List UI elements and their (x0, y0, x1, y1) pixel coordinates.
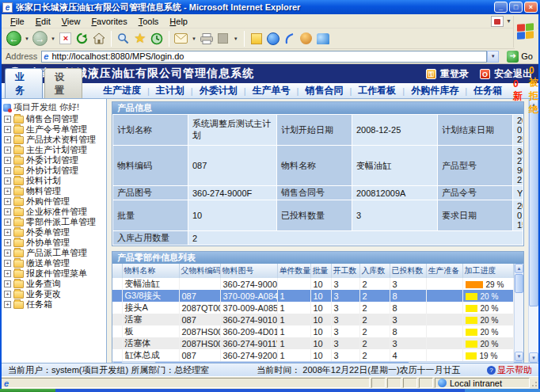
expand-icon[interactable]: + (4, 198, 11, 205)
nav-item[interactable]: 主计划 (150, 84, 191, 97)
mail-dropdown-icon[interactable]: ▼ (192, 36, 196, 41)
expand-icon[interactable]: + (4, 239, 11, 246)
sidebar-item[interactable]: +任务箱 (2, 299, 106, 310)
column-header[interactable]: 已投料数 (390, 264, 426, 278)
parts-vertical-scrollbar[interactable]: ▲ ▼ (514, 264, 523, 361)
start-button-sliver[interactable] (0, 389, 55, 392)
mail-icon[interactable] (174, 32, 188, 46)
relogin-button[interactable]: ⚿ 重登录 (426, 67, 469, 81)
notes-icon[interactable] (251, 33, 262, 44)
addon-icon[interactable] (491, 16, 504, 27)
menu-item-edit[interactable]: Edit (30, 15, 56, 28)
address-dropdown-icon[interactable]: ▼ (487, 51, 499, 63)
forward-icon[interactable]: → (32, 31, 48, 46)
maximize-button[interactable]: □ (509, 2, 523, 13)
nav-item[interactable]: 任务箱 (467, 84, 508, 97)
addon-dropdown-icon[interactable]: ▼ (506, 18, 511, 24)
tab-business[interactable]: 业务 (5, 68, 43, 98)
column-header[interactable]: 入库数 (359, 264, 390, 278)
expand-icon[interactable]: + (4, 208, 11, 215)
table-row[interactable]: 缸体总成087360-274-9200F11032419 % (112, 349, 514, 361)
table-row[interactable]: 板2087HS002360-209-4D01011032820 % (112, 325, 514, 337)
table-row[interactable]: 活塞体2087HS002360-274-9011W11032320 % (112, 337, 514, 349)
search-icon[interactable] (116, 32, 131, 46)
research-icon[interactable] (283, 32, 297, 46)
nav-item[interactable]: 外购件库存 (405, 84, 465, 97)
expand-icon[interactable]: + (4, 136, 11, 143)
print-icon[interactable] (200, 32, 214, 46)
menu-item-file[interactable]: File (5, 15, 30, 28)
menu-item-tools[interactable]: Tools (133, 15, 165, 28)
field-label: 已投料数量 (277, 200, 352, 231)
expand-icon[interactable]: + (4, 157, 11, 164)
home-icon[interactable] (92, 32, 106, 46)
column-header[interactable]: 物料图号 (220, 264, 277, 278)
page-scrollbar[interactable]: ▲ ▼ (528, 99, 538, 363)
column-header[interactable]: 单件数量 (277, 264, 310, 278)
web-icon[interactable] (267, 32, 280, 45)
nav-item[interactable]: 生产进度 (97, 84, 147, 97)
column-header[interactable]: 批量 (310, 264, 331, 278)
nav-item[interactable]: 外委计划 (193, 84, 244, 97)
expand-icon[interactable]: + (4, 177, 11, 185)
tab-settings[interactable]: 设置 (44, 68, 82, 98)
column-header[interactable]: 开工数 (331, 264, 359, 278)
content-area: 产品信息 计划名称系统调整后测试主计划计划开始日期2008-12-25计划结束日… (107, 99, 538, 363)
expand-icon[interactable]: + (4, 147, 11, 154)
close-button[interactable]: × (524, 2, 538, 13)
expand-icon[interactable]: + (4, 270, 11, 277)
expand-icon[interactable]: + (4, 188, 11, 195)
back-icon[interactable]: ← (6, 31, 21, 46)
history-icon[interactable] (150, 32, 164, 46)
scrollbar-thumb[interactable] (529, 110, 538, 306)
messenger-icon[interactable] (317, 33, 329, 44)
expand-icon[interactable]: + (4, 219, 11, 226)
refresh-icon[interactable] (75, 32, 89, 46)
column-header[interactable]: 父物料编码 (179, 264, 220, 278)
sidebar-item[interactable]: +业务更改 (2, 289, 106, 299)
table-cell (179, 278, 220, 290)
menu-item-view[interactable]: View (56, 15, 86, 28)
user-label: 当前用户： (8, 365, 51, 375)
expand-icon[interactable]: + (4, 260, 11, 267)
table-row[interactable]: 接头A2087QT002370-009-A085011032820 % (112, 302, 514, 314)
address-input[interactable]: e http://localhost:8080/MPS/login.do (41, 51, 487, 63)
show-help-link[interactable]: ? 显示帮助 (487, 364, 532, 376)
column-header[interactable]: 物料名称 (122, 264, 179, 278)
back-dropdown-icon[interactable]: ▼ (25, 36, 29, 41)
scroll-down-icon[interactable]: ▼ (515, 352, 523, 361)
favorites-icon[interactable]: ★ (134, 30, 146, 47)
menu-item-favorites[interactable]: Favorites (86, 15, 132, 28)
expand-icon[interactable]: + (4, 116, 11, 123)
nav-item[interactable]: 生产单号 (246, 84, 297, 97)
column-header[interactable]: 生产准备 (426, 264, 462, 278)
expand-icon[interactable]: + (4, 167, 11, 174)
expand-icon[interactable]: + (4, 229, 11, 236)
edit-dropdown-icon[interactable]: ▼ (234, 36, 238, 41)
column-header[interactable]: 加工进度 (462, 264, 514, 278)
minimize-button[interactable]: _ (494, 2, 508, 13)
stop-icon[interactable]: × (59, 32, 71, 44)
edit-icon[interactable] (218, 33, 228, 44)
msn-icon[interactable] (300, 32, 312, 44)
progress-cell: 20 % (462, 325, 514, 337)
scrollbar-thumb[interactable] (515, 274, 523, 293)
field-label: 计划名称 (113, 115, 188, 146)
scroll-up-icon[interactable]: ▲ (515, 264, 523, 273)
menu-item-help[interactable]: Help (164, 15, 193, 28)
expand-icon[interactable]: + (4, 249, 11, 257)
nav-item[interactable]: 销售合同 (299, 84, 349, 97)
expand-icon[interactable]: + (4, 126, 11, 133)
logout-button[interactable]: O 安全退出 (480, 67, 532, 81)
nav-item[interactable]: 工作看板 (352, 84, 402, 97)
expand-icon[interactable]: + (4, 291, 11, 298)
forward-dropdown-icon[interactable]: ▼ (51, 36, 55, 41)
expand-icon[interactable]: + (4, 280, 11, 287)
expand-icon[interactable]: + (4, 301, 11, 308)
go-button[interactable]: ➜ Go (504, 51, 536, 63)
table-cell: 360-274-9000F (220, 278, 277, 290)
table-row[interactable]: 活塞087360-274-9010F11032320 % (112, 314, 514, 325)
table-row[interactable]: 变幅油缸360-274-9000F1032329 % (112, 278, 514, 290)
scroll-down-icon[interactable]: ▼ (529, 352, 538, 363)
table-row[interactable]: G3/8接头087370-009-A084011032820 % (112, 290, 514, 302)
